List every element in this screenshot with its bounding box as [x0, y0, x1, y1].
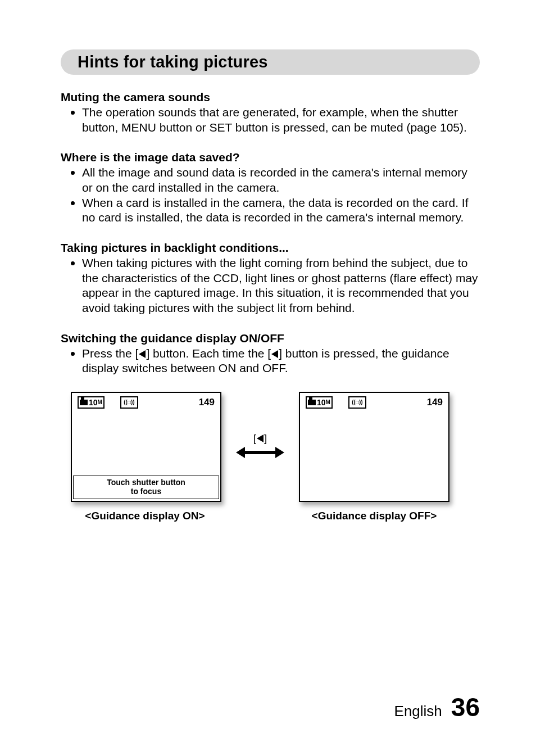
camera-display-off: 10M ((□)) 149 — [299, 392, 449, 502]
bullet-where-1: When a card is installed in the camera, … — [71, 196, 480, 225]
left-arrow-icon — [271, 350, 278, 358]
section-head-where: Where is the image data saved? — [61, 151, 480, 164]
hint-title-bar: Hints for taking pictures — [61, 49, 480, 75]
bullet-text-prefix: Press the [ — [82, 347, 138, 360]
bullet-backlight-0: When taking pictures with the light comi… — [71, 256, 480, 316]
manual-page: Hints for taking pictures Muting the cam… — [0, 0, 536, 756]
page-number: 36 — [451, 692, 480, 722]
bullets-guidance: Press the [] button. Each time the [] bu… — [61, 346, 480, 376]
status-left-group: 10M ((□)) — [78, 396, 138, 409]
section-head-guidance: Switching the guidance display ON/OFF — [61, 332, 480, 345]
bullet-text: The operation sounds that are generated,… — [82, 106, 467, 134]
camera-statusbar: 10M ((□)) 149 — [72, 396, 220, 409]
page-footer: English 36 — [394, 692, 480, 722]
guidance-diagram: 10M ((□)) 149 Touch shutter button to fo… — [61, 392, 480, 502]
caption-guidance-off: <Guidance display OFF> — [298, 510, 450, 522]
mode-badge: 10M — [78, 396, 105, 409]
stabilizer-icon: ((□)) — [120, 396, 138, 409]
bullet-guidance-0: Press the [] button. Each time the [] bu… — [71, 346, 480, 376]
bullet-text-mid: ] button. Each time the [ — [146, 347, 271, 360]
camera-statusbar: 10M ((□)) 149 — [300, 396, 448, 409]
shots-remaining: 149 — [427, 397, 443, 408]
left-arrow-icon — [257, 434, 264, 442]
section-head-backlight: Taking pictures in backlight conditions.… — [61, 241, 480, 255]
bullets-where: All the image and sound data is recorded… — [61, 165, 480, 225]
bullet-mute-0: The operation sounds that are generated,… — [71, 105, 480, 135]
caption-guidance-on: <Guidance display ON> — [69, 510, 221, 522]
mode-m: M — [326, 400, 330, 405]
hint-title-text: Hints for taking pictures — [78, 53, 268, 71]
left-arrow-icon — [139, 350, 146, 358]
bullets-backlight: When taking pictures with the light comi… — [61, 256, 480, 316]
bullet-text: All the image and sound data is recorded… — [82, 166, 467, 194]
guidance-line1: Touch shutter button — [76, 478, 216, 487]
guidance-message: Touch shutter button to focus — [73, 476, 219, 499]
section-head-mute: Muting the camera sounds — [61, 90, 480, 104]
stabilizer-text: ((□)) — [352, 400, 362, 405]
toggle-indicator: [] — [221, 392, 299, 458]
bullet-text: When a card is installed in the camera, … — [82, 196, 469, 224]
language-label: English — [394, 703, 442, 720]
bullet-where-0: All the image and sound data is recorded… — [71, 165, 480, 195]
shots-remaining: 149 — [199, 397, 215, 408]
status-left-group: 10M ((□)) — [306, 396, 366, 409]
bullets-mute: The operation sounds that are generated,… — [61, 105, 480, 135]
double-arrow-icon — [236, 447, 284, 458]
caption-row: <Guidance display ON> <Guidance display … — [61, 510, 480, 522]
left-button-label: [] — [253, 432, 267, 445]
guidance-line2: to focus — [76, 487, 216, 496]
bullet-text: When taking pictures with the light comi… — [82, 256, 478, 314]
mode-badge: 10M — [306, 396, 333, 409]
camera-icon — [80, 400, 88, 405]
mode-number: 10 — [317, 399, 326, 406]
stabilizer-text: ((□)) — [124, 400, 134, 405]
stabilizer-icon: ((□)) — [348, 396, 366, 409]
camera-display-on: 10M ((□)) 149 Touch shutter button to fo… — [71, 392, 221, 502]
camera-icon — [308, 400, 316, 405]
mode-m: M — [98, 400, 102, 405]
mode-number: 10 — [89, 399, 98, 406]
